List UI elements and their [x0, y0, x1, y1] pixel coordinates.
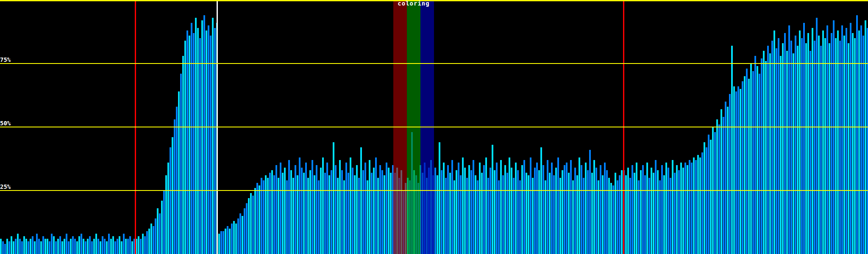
- histogram-bar: [509, 157, 510, 254]
- histogram-bar: [634, 173, 635, 254]
- histogram-bar: [462, 157, 464, 254]
- histogram-bar: [843, 36, 845, 254]
- histogram-bar: [4, 244, 6, 254]
- histogram-bar: [636, 163, 637, 254]
- histogram-bar: [555, 168, 557, 254]
- histogram-bar: [737, 86, 739, 254]
- histogram-bar: [682, 168, 684, 254]
- histogram-bar: [579, 157, 580, 254]
- histogram-bar: [595, 168, 597, 254]
- histogram-bar: [850, 23, 851, 254]
- histogram-bar: [225, 229, 226, 254]
- histogram-bar: [112, 236, 114, 254]
- histogram-bar: [341, 170, 343, 254]
- y-axis-label-25: 25%: [0, 184, 11, 190]
- histogram-bar: [744, 76, 746, 254]
- histogram-bar: [396, 168, 398, 254]
- histogram-bar: [206, 30, 207, 254]
- histogram-bar: [125, 239, 127, 254]
- histogram-bar: [464, 168, 466, 254]
- histogram-bar: [498, 180, 500, 254]
- histogram-bar: [759, 74, 760, 254]
- histogram-bar: [220, 231, 222, 254]
- histogram-bar: [538, 170, 540, 254]
- histogram-bar: [15, 239, 17, 254]
- histogram-bar: [564, 165, 565, 254]
- histogram-bar: [475, 175, 476, 254]
- histogram-bar: [706, 147, 707, 254]
- histogram-bar: [117, 239, 118, 254]
- histogram-bar: [754, 56, 756, 254]
- histogram-bar: [553, 175, 555, 254]
- histogram-bar: [388, 168, 389, 254]
- histogram-bar: [551, 163, 553, 254]
- histogram-bar: [566, 163, 568, 254]
- histogram-bar: [49, 241, 50, 254]
- histogram-bar: [848, 43, 849, 254]
- histogram-bar: [189, 36, 190, 254]
- histogram-bar: [803, 23, 805, 254]
- histogram-bar: [670, 178, 671, 254]
- histogram-bar: [494, 170, 495, 254]
- histogram-bar: [612, 185, 614, 254]
- histogram-bar: [723, 117, 724, 254]
- histogram-bar: [598, 180, 599, 254]
- histogram-bar: [740, 89, 741, 254]
- histogram-bar: [148, 229, 150, 254]
- histogram-bar: [835, 38, 837, 254]
- histogram-bar: [727, 107, 729, 254]
- histogram-bar: [398, 178, 400, 254]
- histogram-bar: [788, 25, 790, 254]
- histogram-bar: [326, 163, 328, 254]
- histogram-bar: [540, 147, 542, 254]
- histogram-bar: [771, 41, 773, 254]
- histogram-bar: [127, 239, 129, 254]
- histogram-bar: [61, 241, 63, 254]
- histogram-bar: [757, 66, 758, 254]
- histogram-bar: [674, 173, 676, 254]
- histogram-bar: [837, 30, 839, 254]
- histogram-bar: [638, 180, 640, 254]
- histogram-bar: [854, 38, 856, 254]
- histogram-bar: [121, 241, 122, 254]
- histogram-bar: [89, 236, 91, 254]
- histogram-bar: [710, 140, 712, 254]
- histogram-bar: [286, 180, 288, 254]
- histogram-bar: [655, 160, 657, 254]
- histogram-bar: [816, 18, 818, 254]
- histogram-bar: [13, 241, 14, 254]
- histogram-bar: [502, 175, 504, 254]
- histogram-bar: [2, 241, 4, 254]
- histogram-bar: [820, 46, 822, 254]
- histogram-bar: [19, 239, 21, 254]
- histogram-bar: [254, 188, 256, 254]
- histogram-bar: [78, 236, 80, 254]
- histogram-bar: [752, 71, 754, 254]
- histogram-bar: [42, 236, 44, 254]
- histogram-bar: [663, 175, 665, 254]
- histogram-bar: [449, 173, 451, 254]
- histogram-bar: [119, 236, 120, 254]
- histogram-bar: [519, 180, 521, 254]
- histogram-bar: [208, 25, 209, 254]
- histogram-bar: [420, 165, 421, 254]
- histogram-bar: [176, 107, 178, 254]
- histogram-bar: [824, 38, 826, 254]
- top-gridline: [0, 0, 868, 1]
- histogram-bar: [500, 160, 502, 254]
- histogram-bar: [742, 81, 743, 254]
- histogram-bar: [492, 145, 493, 254]
- histogram-bar: [273, 175, 275, 254]
- histogram-bar: [239, 213, 241, 254]
- histogram-bar: [256, 183, 258, 254]
- histogram-bar: [252, 196, 254, 254]
- histogram-bar: [763, 51, 765, 254]
- histogram-bar: [318, 180, 320, 254]
- histogram-bar: [320, 168, 322, 254]
- gridline-50: [0, 127, 868, 127]
- histogram-bar: [379, 165, 381, 254]
- histogram-bar: [354, 175, 356, 254]
- histogram-bar: [68, 241, 70, 254]
- histogram-bar: [748, 79, 750, 254]
- histogram-bar: [523, 160, 525, 254]
